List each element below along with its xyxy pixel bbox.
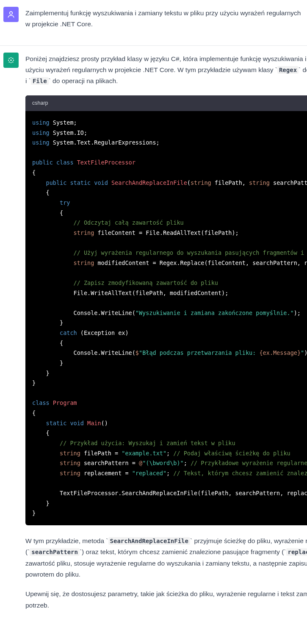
inline-code-file: File — [31, 77, 49, 85]
brace: { — [32, 209, 63, 216]
assistant-outro-2: Upewnij się, że dostosujesz parametry, t… — [25, 588, 307, 611]
svg-point-7 — [12, 58, 14, 59]
assistant-intro: Poniżej znajdziesz prosty przykład klasy… — [25, 53, 307, 87]
code-rest: (Exception ex) — [77, 329, 129, 336]
kw-class: class — [53, 159, 74, 166]
kw-catch: catch — [60, 329, 77, 336]
comment: // Zapisz zmodyfikowaną zawartość do pli… — [74, 279, 218, 286]
svg-point-2 — [11, 57, 12, 59]
inline-code-method: SearchAndReplaceInFile — [108, 537, 190, 545]
cls-name: TextFileProcessor — [74, 159, 136, 166]
kw-static: static — [66, 179, 91, 186]
type-string: string — [249, 179, 270, 186]
brace: } — [32, 379, 36, 386]
string-literal: "(\bword\b)" — [142, 460, 184, 466]
kw-public: public — [32, 159, 53, 166]
type-string: string — [60, 460, 80, 466]
code-language-label: csharp — [32, 99, 48, 108]
pad — [32, 290, 74, 296]
paren: ( — [187, 179, 191, 186]
inline-code-replacement: replacement — [286, 548, 307, 556]
svg-point-6 — [9, 58, 10, 59]
pad — [32, 219, 74, 226]
param: searchPattern, — [270, 179, 307, 186]
type-string: string — [74, 259, 94, 266]
brace: } — [32, 370, 50, 376]
backtick: ` — [284, 548, 286, 555]
svg-point-1 — [10, 59, 11, 61]
param: filePath, — [211, 179, 249, 186]
user-prompt-text: Zaimplementuj funkcję wyszukiwania i zam… — [25, 8, 304, 30]
code-rest: replacement = — [80, 470, 132, 477]
svg-point-0 — [10, 11, 13, 14]
kw-class: class — [32, 399, 50, 406]
code-rest: ; — [166, 470, 173, 477]
comment: // Tekst, którym chcesz zamienić znalezi… — [173, 470, 307, 477]
outro1-a: W tym przykładzie, metoda — [25, 537, 106, 544]
interp-expr: {ex.Message} — [259, 349, 301, 356]
comment: // Odczytaj całą zawartość pliku — [74, 219, 184, 226]
brace: } — [32, 500, 50, 507]
kw-void: void — [66, 420, 84, 427]
kw-public: public — [46, 179, 67, 186]
type-string: string — [60, 450, 80, 457]
brace: } — [32, 360, 63, 366]
assistant-outro-1: W tym przykładzie, metoda `SearchAndRepl… — [25, 535, 307, 580]
type-string: string — [74, 229, 94, 236]
code-rest: fileContent = File.ReadAllText(filePath)… — [94, 229, 238, 236]
pad — [32, 450, 60, 457]
interp-dollar: $ — [136, 349, 139, 356]
brace: { — [32, 169, 36, 176]
code-rest: Console.WriteLine( — [74, 349, 136, 356]
code-rest: Console.WriteLine( — [74, 309, 136, 316]
svg-point-5 — [13, 59, 14, 61]
user-content: Zaimplementuj funkcję wyszukiwania i zam… — [25, 7, 304, 39]
intro-text-post: do operacji na plikach. — [51, 77, 118, 84]
comment: // Przykład użycia: Wyszukaj i zamień te… — [60, 440, 235, 446]
code-body: using System; using System.IO; using Sys… — [25, 111, 307, 525]
pad — [32, 179, 46, 186]
code-rest: ); — [304, 349, 307, 356]
code-id: System.Text.RegularExpressions; — [50, 139, 160, 146]
svg-point-3 — [11, 62, 12, 63]
pad — [32, 199, 60, 206]
pad — [32, 329, 60, 336]
pad — [32, 420, 46, 427]
user-message: Zaimplementuj funkcję wyszukiwania i zam… — [0, 0, 307, 46]
brace: { — [32, 410, 36, 416]
brace: { — [32, 189, 50, 196]
code-rest: modifiedContent = Regex.Replace(fileCont… — [94, 259, 307, 266]
kw-using: using — [32, 119, 50, 126]
type-string: string — [191, 179, 211, 186]
inline-code-regex: Regex — [277, 66, 299, 74]
cls-name: Program — [50, 399, 77, 406]
code-rest: ; — [184, 460, 191, 466]
fn-name: SearchAndReplaceInFile — [108, 179, 187, 186]
comment: // Podaj właściwą ścieżkę do pliku — [173, 450, 290, 457]
string-literal: "Wyszukiwanie i zamiana zakończone pomyś… — [136, 309, 294, 316]
code-scroll-area[interactable]: using System; using System.IO; using Sys… — [25, 111, 307, 525]
code-rest: ); — [294, 309, 301, 316]
pad — [32, 259, 74, 266]
code-rest: File.WriteAllText(filePath, modifiedCont… — [74, 290, 229, 296]
person-icon — [7, 10, 15, 19]
code-rest: searchPattern = — [80, 460, 139, 466]
pad — [32, 279, 74, 286]
pad — [32, 349, 74, 356]
brace: { — [32, 340, 63, 346]
code-id: System; — [50, 119, 77, 126]
code-block: csharp Copy code using System; using Sys… — [25, 95, 307, 525]
paren: () — [101, 420, 108, 427]
intro-text-pre: Poniżej znajdziesz prosty przykład klasy… — [25, 55, 307, 73]
kw-using: using — [32, 139, 50, 146]
user-avatar — [3, 7, 19, 22]
string-literal: "Błąd podczas przetwarzania pliku: — [139, 349, 259, 356]
svg-point-9 — [12, 61, 14, 63]
kw-using: using — [32, 129, 50, 136]
assistant-message: Poniżej znajdziesz prosty przykład klasy… — [0, 46, 307, 626]
svg-point-8 — [9, 61, 10, 63]
code-rest: filePath = — [80, 450, 122, 457]
pad — [32, 460, 60, 466]
kw-try: try — [60, 199, 70, 206]
outro1-c: ) oraz tekst, którym chcesz zamienić zna… — [82, 548, 284, 555]
